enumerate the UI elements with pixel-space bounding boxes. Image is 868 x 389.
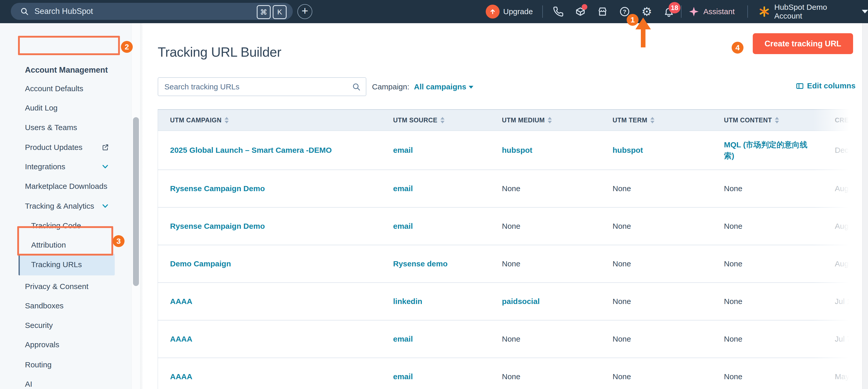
cell-utm-source[interactable]: email (381, 170, 490, 207)
account-menu[interactable]: HubSpot Demo Account (758, 0, 868, 23)
columns-icon (796, 82, 804, 90)
sidebar-item-security[interactable]: Security (0, 315, 131, 335)
cell-utm-campaign[interactable]: AAAA (158, 358, 381, 389)
upgrade-icon (486, 5, 500, 19)
cell-utm-term[interactable]: hubspot (600, 131, 712, 169)
sidebar-item-label: Marketplace Downloads (25, 182, 107, 191)
sidebar-item-privacy-consent[interactable]: Privacy & Consent (0, 277, 131, 296)
column-header-utm-term[interactable]: UTM TERM (600, 110, 712, 131)
external-link-icon (101, 143, 109, 151)
table-row: 2025 Global Launch – Smart Camera -DEMOe… (158, 131, 868, 170)
top-bar: Search HubSpot ⌘ K + Upgrade ?⚙18 Assist… (0, 0, 868, 23)
notification-count-badge: 18 (669, 2, 680, 13)
topbar-icon-group: ?⚙18 (553, 0, 674, 23)
sidebar-scrollbar-thumb[interactable] (133, 117, 139, 286)
cell-utm-source[interactable]: Rysense demo (381, 245, 490, 282)
cell-utm-campaign[interactable]: Demo Campaign (158, 245, 381, 282)
cell-utm-medium: None (490, 170, 600, 207)
sidebar-item-ai[interactable]: AI (0, 374, 131, 389)
sidebar-item-marketplace-downloads[interactable]: Marketplace Downloads (0, 176, 131, 196)
sparkle-icon (688, 6, 699, 17)
column-header-utm-campaign[interactable]: UTM CAMPAIGN (158, 110, 381, 131)
page-scrollbar[interactable] (862, 23, 868, 389)
column-header-utm-medium[interactable]: UTM MEDIUM (490, 110, 600, 131)
cell-utm-source[interactable]: email (381, 321, 490, 358)
sidebar-item-sandboxes[interactable]: Sandboxes (0, 296, 131, 315)
topbar-divider (542, 5, 543, 18)
sidebar-item-routing[interactable]: Routing (0, 355, 131, 374)
sidebar-item-label: Integrations (25, 162, 65, 171)
cmd-key-icon: ⌘ (257, 5, 271, 19)
column-header-label: UTM CAMPAIGN (170, 116, 221, 124)
sidebar-item-integrations[interactable]: Integrations (0, 157, 131, 176)
sidebar-item-tracking-code[interactable]: Tracking Code (0, 216, 131, 235)
sort-arrows-icon (650, 117, 654, 123)
chevron-down-icon (469, 86, 473, 89)
cell-utm-content: None (712, 207, 823, 245)
global-search-input[interactable]: Search HubSpot ⌘ K (11, 3, 293, 20)
help-icon[interactable]: ? (619, 6, 630, 17)
settings-icon[interactable]: ⚙ (641, 6, 652, 17)
cell-utm-campaign[interactable]: Rysense Campaign Demo (158, 207, 381, 245)
sidebar-item-label: Tracking Code (31, 221, 81, 230)
sidebar-item-label: Tracking URLs (31, 260, 82, 269)
column-header-label: UTM SOURCE (393, 116, 437, 124)
table-row: AAAAlinkedinpaidsocialNoneNoneJul 14 (158, 283, 868, 321)
package-icon[interactable] (575, 6, 586, 17)
cell-utm-term: None (600, 207, 712, 245)
sidebar-item-audit-log[interactable]: Audit Log (0, 98, 131, 118)
sidebar-item-account-management[interactable]: Account Management (0, 60, 131, 80)
k-key-icon: K (273, 5, 287, 19)
cell-utm-term: None (600, 170, 712, 207)
sidebar-item-product-updates[interactable]: Product Updates (0, 138, 131, 157)
cell-utm-content: None (712, 245, 823, 282)
cell-utm-term: None (600, 321, 712, 358)
sidebar-item-label: Attribution (31, 241, 66, 249)
sidebar-item-tracking-urls[interactable]: Tracking URLs (19, 254, 115, 275)
campaign-filter-label: Campaign: (372, 82, 409, 91)
notifications-icon[interactable]: 18 (663, 6, 674, 17)
column-header-utm-content[interactable]: UTM CONTENT (712, 110, 823, 131)
sidebar-item-label: Audit Log (25, 104, 58, 112)
cell-utm-source[interactable]: email (381, 207, 490, 245)
cell-utm-source[interactable]: email (381, 358, 490, 389)
cell-utm-content: None (712, 283, 823, 320)
campaign-filter: Campaign: All campaigns (372, 77, 473, 96)
cell-utm-campaign[interactable]: AAAA (158, 321, 381, 358)
cell-utm-term: None (600, 245, 712, 282)
assistant-button[interactable]: Assistant (688, 0, 735, 23)
campaign-filter-dropdown[interactable]: All campaigns (414, 82, 473, 91)
create-tracking-url-button[interactable]: Create tracking URL (753, 33, 853, 54)
sidebar-item-label: AI (25, 380, 32, 388)
cell-utm-source[interactable]: email (381, 131, 490, 169)
sidebar-item-attribution[interactable]: Attribution (0, 235, 131, 255)
cell-utm-source[interactable]: linkedin (381, 283, 490, 320)
column-header-utm-source[interactable]: UTM SOURCE (381, 110, 490, 131)
sidebar-item-label: Users & Teams (25, 123, 77, 132)
cell-utm-medium[interactable]: paidsocial (490, 283, 600, 320)
sidebar-item-users-teams[interactable]: Users & Teams (0, 118, 131, 137)
sort-arrows-icon (440, 117, 444, 123)
cell-utm-campaign[interactable]: 2025 Global Launch – Smart Camera -DEMO (158, 131, 381, 169)
search-tracking-urls-input[interactable]: Search tracking URLs (158, 77, 366, 96)
search-icon (20, 7, 29, 16)
sidebar-item-account-defaults[interactable]: Account Defaults (0, 79, 131, 99)
sidebar-item-tracking-analytics[interactable]: Tracking & Analytics (0, 196, 131, 216)
edit-columns-button[interactable]: Edit columns (796, 81, 856, 90)
hubspot-logo-icon (758, 6, 770, 18)
cell-utm-content[interactable]: MQL (市场判定的意向线索) (712, 131, 823, 169)
chevron-down-icon[interactable] (101, 163, 109, 170)
phone-icon[interactable] (553, 6, 564, 17)
cell-utm-campaign[interactable]: AAAA (158, 283, 381, 320)
cell-utm-medium[interactable]: hubspot (490, 131, 600, 169)
cell-utm-campaign[interactable]: Rysense Campaign Demo (158, 170, 381, 207)
cell-utm-medium: None (490, 245, 600, 282)
global-add-button[interactable]: + (298, 4, 312, 19)
marketplace-icon[interactable] (597, 6, 608, 17)
sidebar-item-approvals[interactable]: Approvals (0, 335, 131, 355)
chevron-down-icon[interactable] (101, 202, 109, 210)
keyboard-shortcut: ⌘ K (257, 5, 287, 19)
upgrade-button[interactable]: Upgrade (486, 0, 533, 23)
topbar-divider (681, 5, 681, 18)
tracking-urls-table: UTM CAMPAIGNUTM SOURCEUTM MEDIUMUTM TERM… (158, 109, 868, 389)
